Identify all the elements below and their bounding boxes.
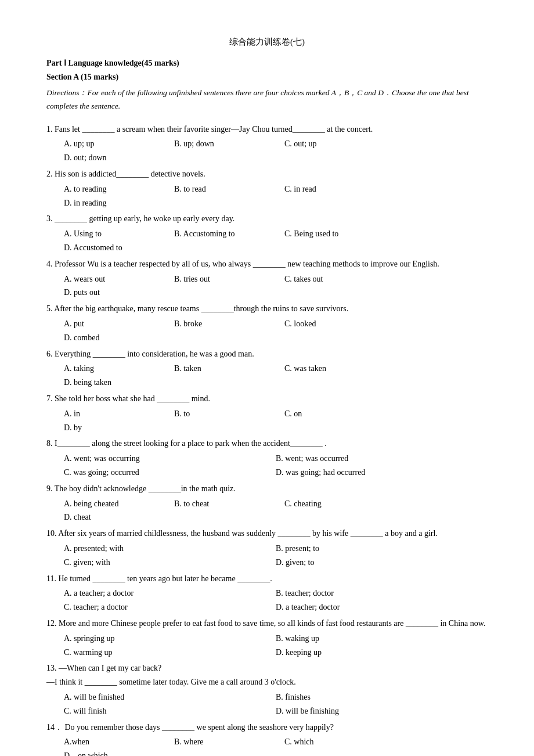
option-8-4: D. was going; had occurred: [276, 466, 482, 480]
option-8-1: A. went; was occurring: [64, 452, 270, 466]
questions-container: 1. Fans let ________ a scream when their…: [46, 123, 488, 756]
option-10-4: D. given; to: [276, 556, 482, 570]
option-9-1: A. being cheated: [64, 497, 168, 511]
part-heading: Part Ⅰ Language knowledge(45 marks): [46, 57, 488, 70]
question-text-11: 11. He turned ________ ten years ago but…: [46, 572, 488, 586]
option-8-3: C. was going; occurred: [64, 466, 270, 480]
options-9: A. being cheatedB. to cheatC. cheatingD.…: [46, 497, 488, 525]
option-10-3: C. given; with: [64, 556, 270, 570]
option-1-1: A. up; up: [64, 137, 168, 151]
options-5: A. putB. brokeC. lookedD. combed: [46, 317, 488, 345]
options-10: A. presented; withB. present; toC. given…: [46, 542, 488, 570]
question-text-2: 2. His son is addicted________ detective…: [46, 167, 488, 181]
option-5-4: D. combed: [64, 331, 168, 345]
option-3-4: D. Accustomed to: [64, 241, 168, 255]
option-14-1: A.when: [64, 735, 168, 749]
option-2-2: B. to read: [174, 182, 279, 196]
option-1-4: D. out; down: [64, 151, 168, 165]
options-14: A.when B. where C. which D．on which: [46, 735, 488, 756]
question-9: 9. The boy didn't acknowledge ________in…: [46, 482, 488, 524]
option-6-3: C. was taken: [284, 362, 389, 376]
section-a-directions: Directions：For each of the following unf…: [46, 87, 488, 113]
option-10-2: B. present; to: [276, 542, 482, 556]
options-1: A. up; upB. up; downC. out; upD. out; do…: [46, 137, 488, 165]
option-7-3: C. on: [284, 407, 389, 421]
option-3-1: A. Using to: [64, 227, 168, 241]
question-text-7: 7. She told her boss what she had ______…: [46, 392, 488, 406]
option-13-3: C. will finish: [64, 704, 270, 718]
question-text-8: 8. I________ along the street looking fo…: [46, 437, 488, 451]
option-12-4: D. keeping up: [276, 646, 482, 660]
question-text-1: 1. Fans let ________ a scream when their…: [46, 123, 488, 136]
options-4: A. wears outB. tries outC. takes outD. p…: [46, 272, 488, 300]
options-13: A. will be finishedB. finishesC. will fi…: [46, 690, 488, 718]
question-text-14: 14． Do you remember those days ________ …: [46, 721, 488, 735]
option-12-1: A. springing up: [64, 632, 270, 646]
option-14-4: D．on which: [64, 749, 168, 756]
option-9-3: C. cheating: [284, 497, 389, 511]
option-4-3: C. takes out: [284, 272, 389, 286]
option-4-4: D. puts out: [64, 286, 168, 300]
question-text-4: 4. Professor Wu is a teacher respected b…: [46, 257, 488, 271]
option-2-3: C. in read: [284, 182, 389, 196]
option-2-1: A. to reading: [64, 182, 168, 196]
option-7-4: D. by: [64, 421, 168, 435]
question-1: 1. Fans let ________ a scream when their…: [46, 123, 488, 165]
question-6: 6. Everything ________ into consideratio…: [46, 347, 488, 390]
question-14: 14． Do you remember those days ________ …: [46, 721, 488, 756]
option-14-2: B. where: [174, 735, 279, 749]
option-11-1: A. a teacher; a doctor: [64, 586, 270, 600]
question-text-6: 6. Everything ________ into consideratio…: [46, 347, 488, 361]
options-7: A. inB. toC. onD. by: [46, 407, 488, 435]
option-5-1: A. put: [64, 317, 168, 331]
page-title: 综合能力训练卷(七): [46, 35, 488, 49]
options-12: A. springing upB. waking upC. warming up…: [46, 632, 488, 660]
question-5: 5. After the big earthquake, many rescue…: [46, 302, 488, 344]
option-6-4: D. being taken: [64, 376, 168, 390]
question-8: 8. I________ along the street looking fo…: [46, 437, 488, 479]
question-text-13: 13. —When can I get my car back? —I thin…: [46, 661, 488, 689]
option-12-2: B. waking up: [276, 632, 482, 646]
option-6-2: B. taken: [174, 362, 279, 376]
options-2: A. to readingB. to readC. in readD. in r…: [46, 182, 488, 210]
question-10: 10. After six years of married childless…: [46, 527, 488, 569]
question-12: 12. More and more Chinese people prefer …: [46, 617, 488, 659]
option-13-2: B. finishes: [276, 690, 482, 704]
option-1-2: B. up; down: [174, 137, 279, 151]
question-13: 13. —When can I get my car back? —I thin…: [46, 661, 488, 718]
option-7-1: A. in: [64, 407, 168, 421]
option-6-1: A. taking: [64, 362, 168, 376]
option-12-3: C. warming up: [64, 646, 270, 660]
option-4-2: B. tries out: [174, 272, 279, 286]
section-a-heading: Section A (15 marks): [46, 71, 488, 84]
option-13-4: D. will be finishing: [276, 704, 482, 718]
options-6: A. takingB. takenC. was takenD. being ta…: [46, 362, 488, 390]
option-5-3: C. looked: [284, 317, 389, 331]
option-5-2: B. broke: [174, 317, 279, 331]
option-14-3: C. which: [284, 735, 389, 749]
page-container: 综合能力训练卷(七) Part Ⅰ Language knowledge(45 …: [46, 35, 488, 756]
options-11: A. a teacher; a doctorB. teacher; doctor…: [46, 586, 488, 614]
option-11-3: C. teacher; a doctor: [64, 600, 270, 614]
question-11: 11. He turned ________ ten years ago but…: [46, 572, 488, 614]
option-9-4: D. cheat: [64, 510, 168, 524]
question-text-12: 12. More and more Chinese people prefer …: [46, 617, 488, 631]
question-4: 4. Professor Wu is a teacher respected b…: [46, 257, 488, 300]
question-2: 2. His son is addicted________ detective…: [46, 167, 488, 210]
option-13-1: A. will be finished: [64, 690, 270, 704]
question-text-5: 5. After the big earthquake, many rescue…: [46, 302, 488, 316]
option-3-2: B. Accustoming to: [174, 227, 279, 241]
option-10-1: A. presented; with: [64, 542, 270, 556]
question-text-10: 10. After six years of married childless…: [46, 527, 488, 541]
options-8: A. went; was occurringB. went; was occur…: [46, 452, 488, 480]
options-3: A. Using toB. Accustoming toC. Being use…: [46, 227, 488, 255]
question-3: 3. ________ getting up early, he woke up…: [46, 212, 488, 254]
option-7-2: B. to: [174, 407, 279, 421]
question-text-3: 3. ________ getting up early, he woke up…: [46, 212, 488, 226]
question-7: 7. She told her boss what she had ______…: [46, 392, 488, 434]
option-4-1: A. wears out: [64, 272, 168, 286]
option-9-2: B. to cheat: [174, 497, 279, 511]
option-11-2: B. teacher; doctor: [276, 586, 482, 600]
question-text-9: 9. The boy didn't acknowledge ________in…: [46, 482, 488, 496]
option-2-4: D. in reading: [64, 196, 168, 210]
